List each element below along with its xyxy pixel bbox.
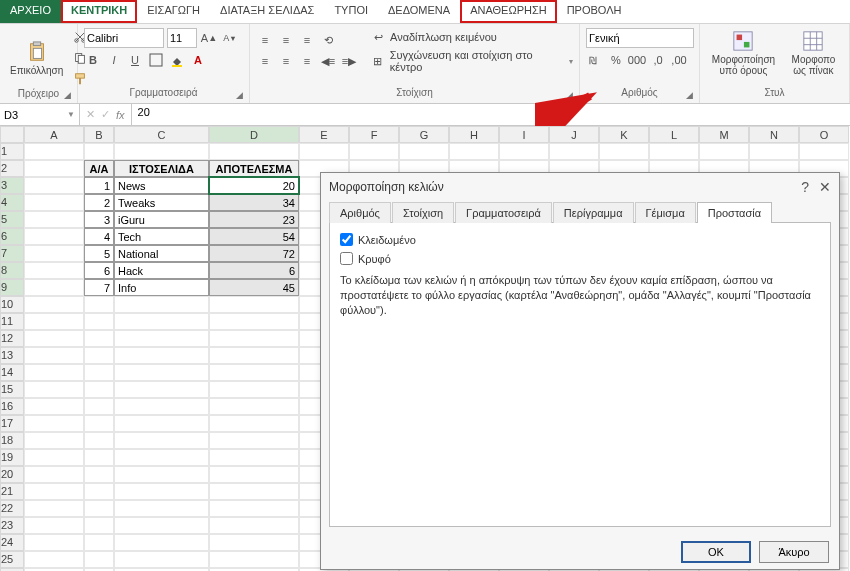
col-header-M[interactable]: M xyxy=(699,126,749,143)
cell-A20[interactable] xyxy=(24,466,84,483)
row-header-13[interactable]: 13 xyxy=(0,347,24,364)
cell-C13[interactable] xyxy=(114,347,209,364)
clipboard-dialog-launcher[interactable]: ◢ xyxy=(64,90,75,101)
increase-decimal-button[interactable]: ,0 xyxy=(649,51,667,69)
cell-C15[interactable] xyxy=(114,381,209,398)
row-header-1[interactable]: 1 xyxy=(0,143,24,160)
cell-A17[interactable] xyxy=(24,415,84,432)
cell-A1[interactable] xyxy=(24,143,84,160)
row-header-9[interactable]: 9 xyxy=(0,279,24,296)
dialog-tab-font[interactable]: Γραμματοσειρά xyxy=(455,202,552,223)
tab-types[interactable]: ΤΥΠΟΙ xyxy=(324,0,378,23)
cell-D1[interactable] xyxy=(209,143,299,160)
cell-D24[interactable] xyxy=(209,534,299,551)
cell-B19[interactable] xyxy=(84,449,114,466)
cell-E1[interactable] xyxy=(299,143,349,160)
cell-A24[interactable] xyxy=(24,534,84,551)
align-dialog-launcher[interactable]: ◢ xyxy=(566,90,577,101)
cell-C19[interactable] xyxy=(114,449,209,466)
tab-insert[interactable]: ΕΙΣΑΓΩΓΗ xyxy=(137,0,210,23)
cell-L1[interactable] xyxy=(649,143,699,160)
cell-A25[interactable] xyxy=(24,551,84,568)
indent-increase-button[interactable]: ≡▶ xyxy=(340,52,358,70)
cell-B9[interactable]: 7 xyxy=(84,279,114,296)
cell-A11[interactable] xyxy=(24,313,84,330)
italic-button[interactable]: I xyxy=(105,51,123,69)
tab-file[interactable]: ΑΡΧΕΙΟ xyxy=(0,0,61,23)
cell-B16[interactable] xyxy=(84,398,114,415)
fx-icon[interactable]: fx xyxy=(116,109,125,121)
cell-C20[interactable] xyxy=(114,466,209,483)
cell-I1[interactable] xyxy=(499,143,549,160)
cell-C10[interactable] xyxy=(114,296,209,313)
align-bottom-button[interactable]: ≡ xyxy=(298,31,316,49)
cell-O1[interactable] xyxy=(799,143,849,160)
cell-B14[interactable] xyxy=(84,364,114,381)
dialog-tab-border[interactable]: Περίγραμμα xyxy=(553,202,634,223)
cell-A9[interactable] xyxy=(24,279,84,296)
format-as-table-button[interactable]: Μορφοπο ως πίνακ xyxy=(784,28,843,78)
cell-B8[interactable]: 6 xyxy=(84,262,114,279)
row-header-23[interactable]: 23 xyxy=(0,517,24,534)
dialog-tab-protect[interactable]: Προστασία xyxy=(697,202,772,223)
cell-C25[interactable] xyxy=(114,551,209,568)
cell-C4[interactable]: Tweaks xyxy=(114,194,209,211)
row-header-4[interactable]: 4 xyxy=(0,194,24,211)
hidden-checkbox[interactable] xyxy=(340,252,353,265)
row-header-7[interactable]: 7 xyxy=(0,245,24,262)
cell-C8[interactable]: Hack xyxy=(114,262,209,279)
cell-A2[interactable] xyxy=(24,160,84,177)
row-header-14[interactable]: 14 xyxy=(0,364,24,381)
cell-A12[interactable] xyxy=(24,330,84,347)
cell-D5[interactable]: 23 xyxy=(209,211,299,228)
cell-A10[interactable] xyxy=(24,296,84,313)
select-all-corner[interactable] xyxy=(0,126,24,143)
cell-N1[interactable] xyxy=(749,143,799,160)
row-header-18[interactable]: 18 xyxy=(0,432,24,449)
cell-A14[interactable] xyxy=(24,364,84,381)
cancel-formula-icon[interactable]: ✕ xyxy=(86,108,95,121)
cell-D19[interactable] xyxy=(209,449,299,466)
col-header-F[interactable]: F xyxy=(349,126,399,143)
row-header-2[interactable]: 2 xyxy=(0,160,24,177)
tab-pagelayout[interactable]: ΔΙΑΤΑΞΗ ΣΕΛΙΔΑΣ xyxy=(210,0,324,23)
font-name-select[interactable] xyxy=(84,28,164,48)
merge-center-button[interactable]: Συγχώνευση και στοίχιση στο κέντρο xyxy=(390,49,566,73)
cell-C18[interactable] xyxy=(114,432,209,449)
cell-B11[interactable] xyxy=(84,313,114,330)
cell-G1[interactable] xyxy=(399,143,449,160)
cell-B15[interactable] xyxy=(84,381,114,398)
row-header-12[interactable]: 12 xyxy=(0,330,24,347)
formula-input[interactable]: 20 xyxy=(132,104,850,125)
col-header-O[interactable]: O xyxy=(799,126,849,143)
col-header-N[interactable]: N xyxy=(749,126,799,143)
cell-A3[interactable] xyxy=(24,177,84,194)
cell-D20[interactable] xyxy=(209,466,299,483)
cell-B7[interactable]: 5 xyxy=(84,245,114,262)
row-header-11[interactable]: 11 xyxy=(0,313,24,330)
cell-D22[interactable] xyxy=(209,500,299,517)
hidden-checkbox-row[interactable]: Κρυφό xyxy=(340,252,820,265)
dialog-help-button[interactable]: ? xyxy=(801,179,809,195)
cell-D15[interactable] xyxy=(209,381,299,398)
col-header-E[interactable]: E xyxy=(299,126,349,143)
cell-D6[interactable]: 54 xyxy=(209,228,299,245)
underline-button[interactable]: U xyxy=(126,51,144,69)
cell-A6[interactable] xyxy=(24,228,84,245)
cell-C17[interactable] xyxy=(114,415,209,432)
cell-C24[interactable] xyxy=(114,534,209,551)
grow-font-button[interactable]: A▲ xyxy=(200,29,218,47)
dialog-close-button[interactable]: ✕ xyxy=(819,179,831,195)
align-center-button[interactable]: ≡ xyxy=(277,52,295,70)
cell-B2[interactable]: A/A xyxy=(84,160,114,177)
cell-A7[interactable] xyxy=(24,245,84,262)
cell-C21[interactable] xyxy=(114,483,209,500)
col-header-G[interactable]: G xyxy=(399,126,449,143)
align-right-button[interactable]: ≡ xyxy=(298,52,316,70)
row-header-22[interactable]: 22 xyxy=(0,500,24,517)
col-header-K[interactable]: K xyxy=(599,126,649,143)
cell-D16[interactable] xyxy=(209,398,299,415)
cell-A15[interactable] xyxy=(24,381,84,398)
align-middle-button[interactable]: ≡ xyxy=(277,31,295,49)
fill-color-button[interactable] xyxy=(168,51,186,69)
